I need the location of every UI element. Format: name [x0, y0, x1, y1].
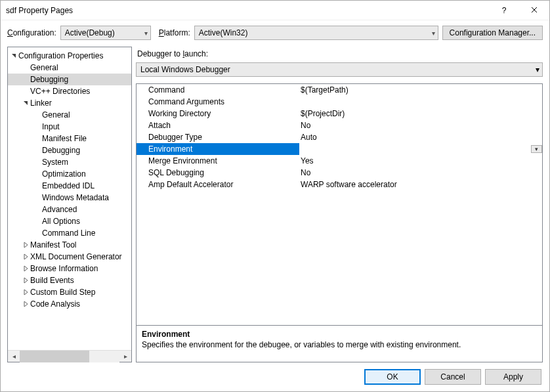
platform-combo[interactable]: Active(Win32) ▾	[194, 26, 438, 40]
tree-item[interactable]: Debugging	[8, 144, 131, 156]
property-grid[interactable]: Command$(TargetPath)Command ArgumentsWor…	[137, 84, 542, 325]
tree-item[interactable]: Advanced	[8, 204, 131, 215]
configuration-manager-button[interactable]: Configuration Manager...	[442, 26, 543, 40]
tree-item[interactable]: All Options	[8, 215, 131, 227]
launcher-combo[interactable]: Local Windows Debugger ▾	[136, 62, 543, 77]
property-value[interactable]: $(ProjectDir)	[299, 108, 542, 120]
tree-item[interactable]: Linker	[8, 97, 131, 109]
property-row[interactable]: Working Directory$(ProjectDir)	[137, 108, 542, 120]
tree-item[interactable]: Build Events	[8, 274, 131, 286]
property-row[interactable]: Environment▾	[137, 143, 542, 155]
tree-item[interactable]: Custom Build Step	[8, 286, 131, 298]
close-button[interactable]	[519, 1, 549, 20]
property-pages-window: sdf Property Pages ? Configuration: Acti…	[0, 0, 550, 392]
launcher-value: Local Windows Debugger	[140, 65, 536, 74]
scroll-left-icon[interactable]: ◂	[8, 351, 20, 362]
tree-item[interactable]: Configuration Properties	[8, 50, 131, 62]
right-panel: Debugger to launch: Local Windows Debugg…	[136, 47, 543, 362]
property-row[interactable]: Amp Default AcceleratorWARP software acc…	[137, 179, 542, 190]
expander-closed-icon[interactable]	[21, 277, 30, 284]
footer: OK Cancel Apply	[1, 362, 549, 391]
apply-button[interactable]: Apply	[485, 369, 541, 385]
chevron-down-icon: ▾	[429, 30, 435, 37]
tree-item-label: Configuration Properties	[18, 51, 103, 60]
property-value[interactable]: Auto	[299, 131, 542, 143]
property-row[interactable]: Merge EnvironmentYes	[137, 155, 542, 167]
property-value[interactable]: WARP software accelerator	[299, 179, 542, 190]
property-name: Attach	[137, 120, 299, 131]
expander-closed-icon[interactable]	[21, 301, 30, 307]
tree-item[interactable]: Command Line	[8, 227, 131, 239]
tree-item[interactable]: Manifest Tool	[8, 239, 131, 251]
help-button[interactable]: ?	[489, 1, 519, 20]
property-value[interactable]: ▾	[299, 143, 542, 155]
expander-closed-icon[interactable]	[21, 242, 30, 248]
property-value-input[interactable]	[301, 143, 531, 155]
property-value[interactable]: No	[299, 167, 542, 179]
tree-item[interactable]: VC++ Directories	[8, 85, 131, 97]
property-value-text: No	[301, 168, 310, 177]
property-value[interactable]: No	[299, 120, 542, 131]
property-name: Merge Environment	[137, 155, 299, 167]
tree-item-label: Browse Information	[30, 264, 98, 273]
body: Configuration PropertiesGeneralDebugging…	[1, 47, 549, 362]
property-name: Command	[137, 84, 299, 96]
description-title: Environment	[142, 330, 537, 339]
tree-item[interactable]: Optimization	[8, 168, 131, 180]
property-name: Working Directory	[137, 108, 299, 120]
tree-item[interactable]: Embedded IDL	[8, 180, 131, 192]
scroll-track[interactable]	[20, 351, 119, 362]
expander-open-icon[interactable]	[21, 100, 30, 106]
tree-item-label: XML Document Generator	[30, 252, 122, 261]
tree-item-label: Manifest File	[42, 134, 87, 143]
tree-item[interactable]: General	[8, 109, 131, 121]
configuration-label: Configuration:	[7, 28, 56, 37]
property-value-text: $(ProjectDir)	[301, 109, 345, 118]
chevron-down-icon: ▾	[536, 65, 539, 74]
tree-item[interactable]: System	[8, 156, 131, 168]
close-icon	[531, 6, 538, 15]
chevron-down-icon: ▾	[142, 30, 148, 37]
tree-item[interactable]: Manifest File	[8, 133, 131, 144]
tree-item-label: Input	[42, 122, 60, 131]
tree-item-label: Windows Metadata	[42, 193, 109, 202]
tree-item[interactable]: Browse Information	[8, 263, 131, 274]
tree-hscrollbar[interactable]: ◂ ▸	[8, 350, 131, 362]
scroll-right-icon[interactable]: ▸	[119, 351, 131, 362]
expander-open-icon[interactable]	[9, 53, 18, 59]
property-row[interactable]: Debugger TypeAuto	[137, 131, 542, 143]
property-value[interactable]	[299, 96, 542, 108]
property-dropdown-button[interactable]: ▾	[531, 145, 542, 153]
property-row[interactable]: Command Arguments	[137, 96, 542, 108]
property-row[interactable]: AttachNo	[137, 120, 542, 131]
tree-item[interactable]: XML Document Generator	[8, 251, 131, 263]
property-row[interactable]: SQL DebuggingNo	[137, 167, 542, 179]
ok-button[interactable]: OK	[364, 369, 421, 385]
cancel-button[interactable]: Cancel	[425, 369, 481, 385]
tree-item-label: System	[42, 158, 68, 167]
configuration-combo[interactable]: Active(Debug) ▾	[60, 26, 151, 40]
tree-item[interactable]: Input	[8, 121, 131, 133]
tree-item[interactable]: Windows Metadata	[8, 192, 131, 204]
platform-value: Active(Win32)	[199, 28, 429, 37]
tree-item-label: Advanced	[42, 205, 77, 214]
expander-closed-icon[interactable]	[21, 265, 30, 272]
launcher-label: Debugger to launch:	[136, 47, 543, 62]
scroll-thumb[interactable]	[20, 351, 89, 362]
property-row[interactable]: Command$(TargetPath)	[137, 84, 542, 96]
ok-label: OK	[387, 372, 398, 381]
tree[interactable]: Configuration PropertiesGeneralDebugging…	[8, 47, 131, 350]
tree-item-label: Optimization	[42, 169, 86, 179]
tree-item[interactable]: General	[8, 62, 131, 74]
configuration-value: Active(Debug)	[65, 28, 142, 37]
expander-closed-icon[interactable]	[21, 253, 30, 260]
tree-item[interactable]: Debugging	[8, 74, 131, 85]
property-value[interactable]: Yes	[299, 155, 542, 167]
property-value[interactable]: $(TargetPath)	[299, 84, 542, 96]
expander-closed-icon[interactable]	[21, 289, 30, 295]
tree-item[interactable]: Code Analysis	[8, 298, 131, 310]
tree-item-label: Build Events	[30, 276, 74, 285]
apply-label: Apply	[503, 372, 523, 381]
property-description: Environment Specifies the environment fo…	[137, 325, 542, 362]
property-name: Environment	[137, 143, 299, 155]
